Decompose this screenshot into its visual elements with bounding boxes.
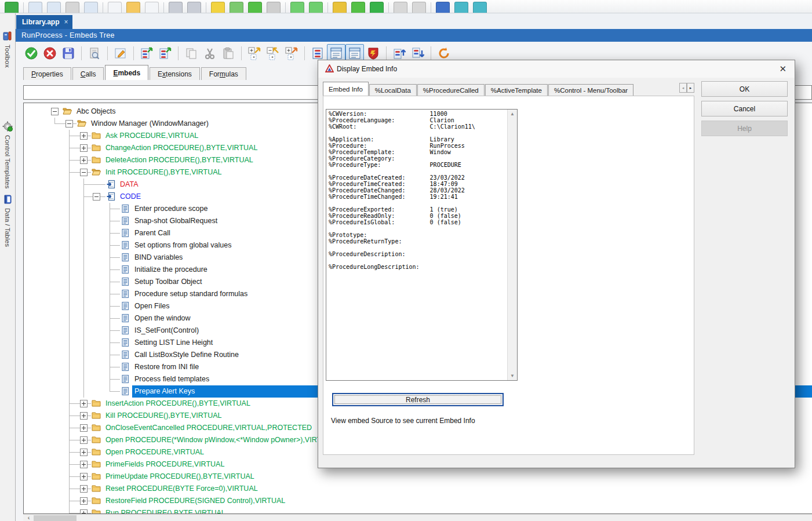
expand-plus-icon[interactable] [80, 461, 88, 468]
dialog-close-icon[interactable]: ✕ [779, 64, 786, 74]
download-all-icon[interactable] [290, 2, 304, 13]
build-all-icon[interactable] [333, 2, 347, 13]
dialog-tab-activetemplate[interactable]: %ActiveTemplate [485, 84, 548, 96]
view-source-icon[interactable] [85, 44, 104, 63]
build-icon[interactable] [351, 2, 365, 13]
import-circle-icon[interactable] [230, 2, 243, 13]
toolbar-separator [327, 2, 328, 13]
tree-connector [69, 337, 70, 349]
tree-row[interactable]: Reset PROCEDURE(BYTE Force=0),VIRTUAL [0, 483, 812, 495]
expand-plus-icon[interactable] [80, 412, 88, 420]
sort-down-icon[interactable] [436, 2, 450, 13]
tab-embeds[interactable]: Embeds [105, 65, 148, 80]
run-lightning-icon[interactable] [248, 2, 262, 13]
collapse-minus-icon[interactable] [51, 108, 59, 115]
document-icon[interactable] [108, 2, 122, 13]
tree-connector [83, 373, 84, 385]
expand-plus-icon[interactable] [80, 485, 88, 493]
scroll-down-arrow-icon[interactable]: ▼ [508, 371, 517, 380]
expand-plus-icon[interactable] [80, 144, 88, 152]
stop-gray-icon[interactable] [267, 2, 281, 13]
tree-row[interactable]: PrimeUpdate PROCEDURE(),BYTE,VIRTUAL [0, 471, 812, 483]
embed-info-textbox[interactable]: %CWVersion: 11000 %ProcedureLanguage: Cl… [326, 109, 518, 381]
folder-icon [92, 155, 101, 165]
dialog-tab-control-menu-toolbar[interactable]: %Control - Menu/Toolbar [548, 84, 633, 96]
nav-forward-icon[interactable] [412, 2, 426, 13]
tree-connector [110, 367, 120, 367]
dialog-tab-procedurecalled[interactable]: %ProcedureCalled [417, 84, 485, 96]
expand-one-icon[interactable] [245, 44, 264, 63]
accept-icon[interactable] [22, 44, 41, 63]
dock-item-toolbox[interactable]: Toolbox [0, 31, 15, 68]
expand-plus-icon[interactable] [80, 497, 88, 505]
expand-plus-icon[interactable] [80, 132, 88, 140]
tab-scroll-right-icon[interactable]: ▸ [687, 83, 694, 93]
scroll-up-arrow-icon[interactable]: ▲ [508, 110, 517, 118]
ok-button[interactable]: OK [701, 81, 788, 97]
expand-plus-icon[interactable] [80, 156, 88, 164]
paste-icon [219, 44, 238, 63]
download-icon[interactable] [309, 2, 323, 13]
doc-icon [121, 265, 130, 274]
dialog-tab-embed-info[interactable]: Embed Info [323, 82, 369, 96]
scroll-left-arrow-icon[interactable]: ‹ [24, 515, 33, 521]
expand-plus-icon[interactable] [80, 400, 88, 407]
tree-row[interactable]: RestoreField PROCEDURE(SIGNED Control),V… [0, 495, 812, 507]
document-tab-close-icon[interactable]: × [64, 18, 68, 26]
tab-extensions[interactable]: Extensions [150, 67, 200, 80]
dialog-tab-localdata[interactable]: %LocalData [369, 84, 417, 96]
validate-check-icon[interactable] [473, 2, 487, 13]
collapse-one-icon[interactable] [264, 44, 282, 63]
save-icon[interactable] [169, 2, 183, 13]
expand-plus-icon[interactable] [80, 509, 88, 513]
save-as-icon[interactable] [187, 2, 201, 13]
edit-embed-icon[interactable] [111, 44, 130, 63]
tree-row-label: ChangeAction PROCEDURE(),BYTE,VIRTUAL [105, 144, 257, 152]
tab-properties[interactable]: Properties [23, 67, 71, 80]
display-embed-info-dialog: Display Embed Info ✕ Embed Info%LocalDat… [318, 60, 795, 468]
expand-plus-icon[interactable] [80, 473, 88, 480]
toolbar-separator [107, 46, 108, 60]
collapse-minus-icon[interactable] [65, 120, 73, 127]
toolbox-icon [2, 31, 13, 41]
insert-embed-before-icon[interactable] [137, 44, 156, 63]
align-lines-icon[interactable] [454, 2, 468, 13]
cancel-icon[interactable] [41, 44, 59, 63]
window-add-icon[interactable] [84, 2, 98, 13]
tree-connector [69, 264, 70, 276]
insert-embed-after-icon[interactable] [156, 44, 174, 63]
tree-row[interactable]: Run PROCEDURE(),BYTE,VIRTUAL [0, 507, 812, 513]
cancel-button[interactable]: Cancel [701, 101, 788, 116]
expand-all-icon[interactable] [282, 44, 301, 63]
window-new-icon[interactable] [28, 2, 42, 13]
expand-plus-icon[interactable] [80, 424, 88, 432]
expand-plus-icon[interactable] [80, 449, 88, 456]
start-flag-icon[interactable] [370, 2, 384, 13]
tree-connector [110, 245, 120, 246]
document-tab[interactable]: Library.app × [16, 15, 72, 29]
tab-calls[interactable]: Calls [72, 67, 104, 80]
tab-formulas[interactable]: Formulas [201, 67, 246, 80]
window-disabled-icon[interactable] [65, 2, 79, 13]
folder-icon [92, 484, 101, 493]
horizontal-scrollbar-thumb[interactable] [34, 515, 77, 521]
horizontal-scrollbar[interactable]: ‹ [23, 514, 812, 521]
tree-connector [110, 379, 120, 380]
expand-plus-icon[interactable] [80, 436, 88, 444]
tree-row-label: Init PROCEDURE(),BYTE,VIRTUAL [105, 168, 222, 176]
copy-icon [182, 44, 201, 63]
tab-scroll-left-icon[interactable]: ◂ [679, 83, 687, 93]
refresh-button[interactable]: Refresh [332, 393, 504, 406]
collapse-minus-icon[interactable] [93, 193, 100, 201]
window-clone-icon[interactable] [47, 2, 61, 13]
generate-icon[interactable] [211, 2, 225, 13]
new-document-icon[interactable] [145, 2, 159, 13]
collapse-minus-icon[interactable] [80, 169, 88, 176]
nav-back-icon[interactable] [394, 2, 407, 13]
open-folder-icon[interactable] [126, 2, 140, 13]
tree-connector [110, 343, 120, 343]
save-all-icon[interactable] [5, 2, 19, 13]
vertical-scrollbar[interactable]: ▲ ▼ [507, 110, 517, 380]
save-icon[interactable] [59, 44, 78, 63]
help-button: Help [701, 121, 788, 136]
